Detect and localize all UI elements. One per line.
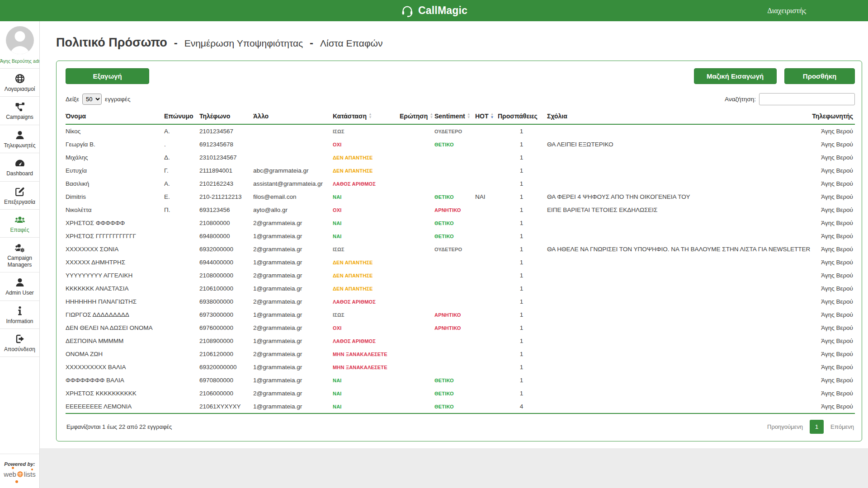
avatar-body xyxy=(10,46,30,54)
table-row[interactable]: ΧΧΧΧΧΧΧΧΧΧ ΒΑΛΙΑ693200000001@grammateia.… xyxy=(66,361,855,374)
sidebar-item-information[interactable]: Information xyxy=(0,300,39,328)
headset-icon xyxy=(401,4,414,18)
cell-name: Μιχάλης xyxy=(66,151,164,164)
table-row[interactable]: ΧΡΗΣΤΟΣ ΦΦΦΦΦΦ2108000002@grammateia.grΝΑ… xyxy=(66,216,855,230)
cell-agent: Άγης Βερού xyxy=(817,400,855,413)
cell-phone: 6976000000 xyxy=(199,321,253,334)
table-row[interactable]: ΧΡΗΣΤΟΣ ΓΓΓΓΓΓΓΓΓΓΓΓ6948000001@grammatei… xyxy=(66,230,855,243)
cell-attempts: 1 xyxy=(498,374,547,387)
sentiment-badge: ΘΕΤΙΚΟ xyxy=(434,142,454,147)
users-gear-icon xyxy=(14,242,25,253)
sidebar-item-label: Επεξεργασία xyxy=(1,199,38,205)
sidebar-item-edit[interactable]: Επεξεργασία xyxy=(0,181,39,209)
status-badge: ΔΕΝ ΑΠΑΝΤΗΣΕ xyxy=(333,260,373,265)
table-row[interactable]: Γεωργία Β..6912345678ΟΧΙΘΕΤΙΚΟ1ΘΑ ΛΕΙΠΕΙ… xyxy=(66,138,855,151)
table-row[interactable]: ΝικολέτταΠ.693123456ayto@allo.grΟΧΙΑΡΝΗΤ… xyxy=(66,203,855,216)
cell-question xyxy=(400,295,434,308)
logo-dot xyxy=(12,467,14,469)
cell-other: ayto@allo.gr xyxy=(253,203,333,216)
cell-phone: 694800000 xyxy=(199,230,253,243)
table-row[interactable]: ΧΧΧΧΧΧ ΔΗΜΗΤΡΗΣ69440000001@grammateia.gr… xyxy=(66,256,855,269)
current-page-button[interactable]: 1 xyxy=(810,420,824,434)
cell-surname xyxy=(164,321,199,334)
cell-surname: Δ. xyxy=(164,151,199,164)
cell-phone: 2106000000 xyxy=(199,387,253,400)
table-row[interactable]: ΕυτυχίαΓ.2111894001abc@grammateia.grΔΕΝ … xyxy=(66,164,855,177)
cell-attempts: 1 xyxy=(498,387,547,400)
sidebar-item-campaign-managers[interactable]: Campaign Managers xyxy=(0,237,39,272)
sidebar-item-label: Dashboard xyxy=(1,170,38,177)
cell-name: ΟΝΟΜΑ ΖΩΗ xyxy=(66,347,164,361)
table-row[interactable]: ΔΕΝ ΘΕΛΕΙ ΝΑ ΔΩΣΕΙ ΟΝΟΜΑ69760000002@gram… xyxy=(66,321,855,334)
prev-page-button[interactable]: Προηγούμενη xyxy=(767,423,803,430)
table-row[interactable]: ΝίκοςΑ.2101234567ΙΣΩΣΟΥΔΕΤΕΡΟ1Άγης Βερού xyxy=(66,124,855,138)
export-button[interactable]: Εξαγωγή xyxy=(66,68,149,84)
cell-comments xyxy=(547,256,817,269)
cell-question xyxy=(400,282,434,295)
title-tertiary: Λίστα Επαφών xyxy=(320,38,382,48)
cell-status: ΟΧΙ xyxy=(333,138,400,151)
table-row[interactable]: ΟΝΟΜΑ ΖΩΗ21061200002@grammateia.grΜΗΝ ΞΑ… xyxy=(66,347,855,361)
add-button[interactable]: Προσθήκη xyxy=(784,68,855,84)
sidebar-item-logout[interactable]: Αποσύνδεση xyxy=(0,328,39,357)
sidebar-item-contacts[interactable]: Επαφές xyxy=(0,209,39,237)
cell-attempts: 1 xyxy=(498,151,547,164)
cell-attempts: 4 xyxy=(498,400,547,413)
user-role-menu[interactable]: Διαχειριστής xyxy=(767,0,806,21)
cell-sentiment: ΘΕΤΙΚΟ xyxy=(434,374,475,387)
status-badge: ΔΕΝ ΑΠΑΝΤΗΣΕ xyxy=(333,168,373,174)
cell-name: ΧΡΗΣΤΟΣ ΦΦΦΦΦΦ xyxy=(66,216,164,230)
cell-sentiment xyxy=(434,334,475,347)
col-header-sentiment[interactable]: Sentiment▲▼ xyxy=(434,111,475,124)
weblists-logo: weblists xyxy=(4,470,35,479)
page-size-select[interactable]: 50 xyxy=(82,94,102,105)
col-header-question[interactable]: Ερώτηση▲▼ xyxy=(400,111,434,124)
next-page-button[interactable]: Επόμενη xyxy=(830,423,854,430)
bulk-import-button[interactable]: Μαζική Εισαγωγή xyxy=(694,68,777,84)
table-row[interactable]: DimitrisΕ.210-211212213filos@email.conΝΑ… xyxy=(66,190,855,203)
cell-question xyxy=(400,230,434,243)
sidebar-item-admin-user[interactable]: Admin User xyxy=(0,272,39,300)
cell-status: ΝΑΙ xyxy=(333,400,400,413)
table-row[interactable]: ΔΕΣΠΟΙΝΑ ΜΜΜΜΜ21089000001@grammateia.grΛ… xyxy=(66,334,855,347)
cell-comments: ΘΑ ΦΕΡΕΙ 4 ΨΗΦΟΥΣ ΑΠΟ ΤΗΝ ΟΙΚΟΓΕΝΕΙΑ ΤΟΥ xyxy=(547,190,817,203)
cell-attempts: 1 xyxy=(498,295,547,308)
sidebar-item-dashboard[interactable]: Dashboard xyxy=(0,153,39,181)
cell-hot: ΝΑΙ xyxy=(475,190,498,203)
cell-comments xyxy=(547,124,817,138)
user-icon xyxy=(14,130,25,141)
cell-sentiment xyxy=(434,282,475,295)
cell-comments: ΘΑ ΗΘΕΛΕ ΝΑ ΓΝΩΡΙΣΕΙ ΤΟΝ ΥΠΟΨΗΦΙΟ. ΝΑ ΤΗ… xyxy=(547,243,817,256)
table-row[interactable]: ΕΕΕΕΕΕΕΕΕ ΛΕΜΟΝΙΑ21061XYXYXY1@grammateia… xyxy=(66,400,855,413)
cell-sentiment xyxy=(434,295,475,308)
table-row[interactable]: ΜιχάληςΔ.23101234567ΔΕΝ ΑΠΑΝΤΗΣΕ1Άγης Βε… xyxy=(66,151,855,164)
cell-other: 1@grammateia.gr xyxy=(253,334,333,347)
sidebar-item-agents[interactable]: Τηλεφωνητές xyxy=(0,125,39,153)
table-row[interactable]: ΧΧΧΧΧΧΧΧ ΣΟΝΙΑ69320000002@grammateia.grΙ… xyxy=(66,243,855,256)
sidebar-item-accounts[interactable]: Λογαριασμοί xyxy=(0,68,39,96)
search-input[interactable] xyxy=(759,93,855,105)
status-badge: ΝΑΙ xyxy=(333,391,342,396)
status-badge: ΟΧΙ xyxy=(333,142,342,147)
sidebar-item-label: Information xyxy=(1,318,38,324)
cell-hot xyxy=(475,203,498,216)
title-separator: - xyxy=(174,37,178,49)
col-header-hot[interactable]: HOT▲▼ xyxy=(475,111,498,124)
col-header-status[interactable]: Κατάσταση▲▼ xyxy=(333,111,400,124)
table-row[interactable]: ΗΗΗΗΗΗΗ ΠΑΝΑΓΙΩΤΗΣ69380000002@grammateia… xyxy=(66,295,855,308)
cell-hot xyxy=(475,374,498,387)
cell-sentiment: ΑΡΝΗΤΙΚΟ xyxy=(434,308,475,321)
top-bar: CallMagic Διαχειριστής xyxy=(0,0,868,21)
cell-agent: Άγης Βερού xyxy=(817,151,855,164)
table-row[interactable]: ΒασιλικήΑ.2102162243assistant@grammateia… xyxy=(66,177,855,190)
table-row[interactable]: ΧΡΗΣΤΟΣ ΚΚΚΚΚΚΚΚΚΚ21060000002@grammateia… xyxy=(66,387,855,400)
sentiment-badge: ΟΥΔΕΤΕΡΟ xyxy=(434,247,462,252)
contacts-table: ΌνομαΕπώνυμοΤηλέφωνοΆλλοΚατάσταση▲▼Ερώτη… xyxy=(66,111,855,414)
table-row[interactable]: ΓΙΩΡΓΟΣ ΔΔΔΔΔΔΔΔΔ69730000001@grammateia.… xyxy=(66,308,855,321)
table-row[interactable]: ΦΦΦΦΦΦΦΦ ΒΑΛΙΑ69708000001@grammateia.grΝ… xyxy=(66,374,855,387)
sidebar-item-campaigns[interactable]: Campaigns xyxy=(0,96,39,124)
status-badge: ΝΑΙ xyxy=(333,221,342,226)
cell-question xyxy=(400,124,434,138)
table-row[interactable]: ΚΚΚΚΚΚΚ ΑΝΑΣΤΑΣΙΑ21061000001@grammateia.… xyxy=(66,282,855,295)
table-row[interactable]: ΥΥΥΥΥΥΥΥΥ ΑΓΓΕΛΙΚΗ21080000002@grammateia… xyxy=(66,269,855,282)
